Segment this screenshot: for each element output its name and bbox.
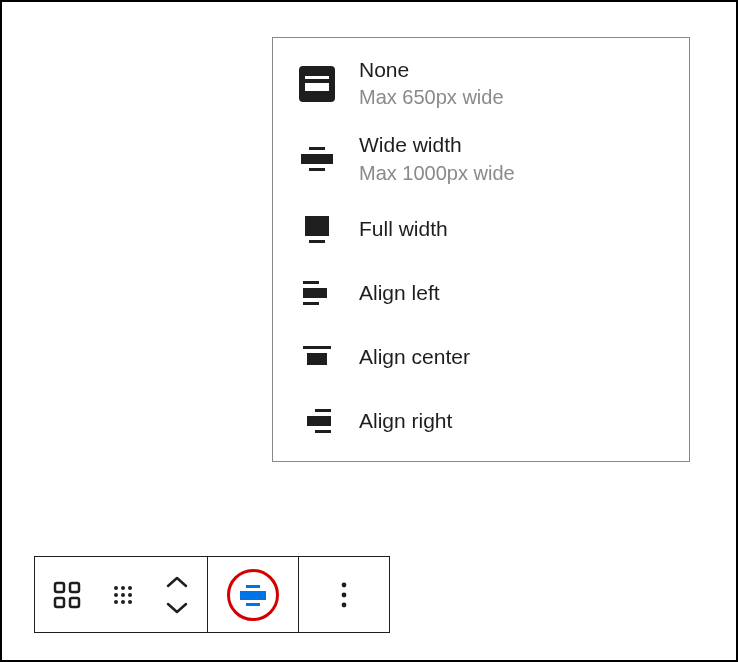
svg-rect-4: [301, 154, 333, 164]
chevron-down-icon[interactable]: [166, 602, 188, 614]
menu-item-wide[interactable]: Wide width Max 1000px wide: [273, 121, 689, 196]
grid-icon: [52, 580, 82, 610]
align-full-icon: [295, 207, 339, 251]
menu-item-sub: Max 1000px wide: [359, 160, 515, 187]
svg-rect-19: [70, 598, 79, 607]
svg-point-27: [121, 600, 125, 604]
chevron-up-icon[interactable]: [166, 576, 188, 588]
align-center-icon: [295, 335, 339, 379]
toolbar-group-align: [208, 557, 299, 632]
svg-rect-10: [303, 302, 319, 305]
move-arrows: [147, 557, 207, 632]
menu-item-label: Align right: [359, 407, 452, 435]
svg-rect-17: [70, 583, 79, 592]
svg-rect-8: [303, 281, 319, 284]
drag-handle-button[interactable]: [99, 557, 147, 632]
editor-frame: None Max 650px wide Wide width Max 1000p…: [0, 0, 738, 662]
svg-rect-16: [55, 583, 64, 592]
svg-rect-31: [246, 603, 260, 606]
svg-rect-5: [309, 168, 325, 171]
align-wide-active-icon: [237, 579, 269, 611]
toolbar-group-block: [35, 557, 208, 632]
block-type-button[interactable]: [35, 557, 99, 632]
svg-rect-7: [309, 240, 325, 243]
svg-point-23: [114, 593, 118, 597]
menu-item-none[interactable]: None Max 650px wide: [273, 46, 689, 121]
align-left-icon: [295, 271, 339, 315]
alignment-dropdown: None Max 650px wide Wide width Max 1000p…: [272, 37, 690, 462]
svg-point-26: [114, 600, 118, 604]
svg-rect-9: [303, 288, 327, 298]
svg-point-20: [114, 586, 118, 590]
svg-point-32: [342, 582, 347, 587]
svg-rect-30: [240, 591, 266, 600]
svg-point-33: [342, 592, 347, 597]
svg-rect-3: [309, 147, 325, 150]
toolbar-group-more: [299, 557, 389, 632]
menu-item-sub: Max 650px wide: [359, 84, 504, 111]
align-none-icon: [295, 62, 339, 106]
menu-item-right[interactable]: Align right: [273, 389, 689, 453]
menu-item-label: None: [359, 56, 504, 84]
svg-rect-18: [55, 598, 64, 607]
svg-rect-15: [315, 430, 331, 433]
block-toolbar: [34, 556, 390, 633]
change-alignment-button[interactable]: [208, 557, 298, 632]
svg-rect-2: [305, 83, 329, 91]
more-options-button[interactable]: [299, 557, 389, 632]
menu-item-left[interactable]: Align left: [273, 261, 689, 325]
svg-rect-14: [307, 416, 331, 426]
more-vertical-icon: [340, 581, 348, 609]
menu-item-full[interactable]: Full width: [273, 197, 689, 261]
svg-point-22: [128, 586, 132, 590]
menu-item-label: Wide width: [359, 131, 515, 159]
svg-rect-11: [303, 346, 331, 349]
svg-point-21: [121, 586, 125, 590]
menu-item-label: Align center: [359, 343, 470, 371]
highlight-circle: [227, 569, 279, 621]
menu-item-label: Full width: [359, 215, 448, 243]
svg-point-24: [121, 593, 125, 597]
menu-item-center[interactable]: Align center: [273, 325, 689, 389]
svg-rect-29: [246, 585, 260, 588]
svg-point-25: [128, 593, 132, 597]
svg-rect-12: [307, 353, 327, 365]
svg-rect-6: [305, 216, 329, 236]
align-wide-icon: [295, 137, 339, 181]
svg-rect-13: [315, 409, 331, 412]
drag-handle-icon: [110, 582, 136, 608]
svg-point-28: [128, 600, 132, 604]
svg-rect-1: [305, 76, 329, 79]
align-right-icon: [295, 399, 339, 443]
menu-item-label: Align left: [359, 279, 440, 307]
svg-point-34: [342, 602, 347, 607]
